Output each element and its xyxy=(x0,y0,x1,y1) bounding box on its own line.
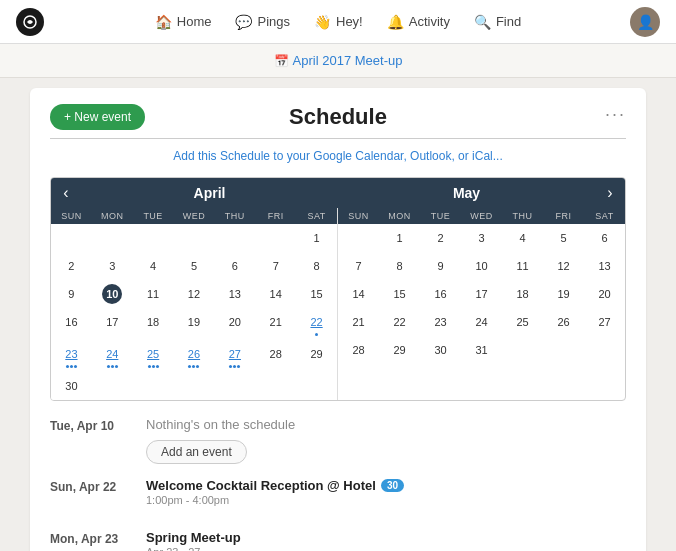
schedule-content-apr10: Nothing's on the schedule Add an event xyxy=(146,417,626,464)
day-cell[interactable]: 11 xyxy=(133,280,174,308)
day-cell[interactable]: 29 xyxy=(296,340,337,372)
day-cell[interactable]: 13 xyxy=(214,280,255,308)
prev-month-button[interactable]: ‹ xyxy=(51,184,81,202)
day-cell[interactable]: 12 xyxy=(543,252,584,280)
day-cell[interactable]: 17 xyxy=(461,280,502,308)
nav-hey[interactable]: 👋 Hey! xyxy=(314,14,363,30)
day-cell[interactable]: 1 xyxy=(379,224,420,252)
day-number: 4 xyxy=(143,256,163,276)
day-number: 21 xyxy=(266,312,286,332)
day-cell[interactable]: 11 xyxy=(502,252,543,280)
avatar[interactable]: 👤 xyxy=(630,7,660,37)
day-cell[interactable]: 7 xyxy=(338,252,379,280)
nav-find[interactable]: 🔍 Find xyxy=(474,14,521,30)
day-cell xyxy=(255,224,296,252)
day-cell[interactable]: 4 xyxy=(502,224,543,252)
day-number: 13 xyxy=(595,256,615,276)
event-dot xyxy=(115,365,118,368)
day-number: 20 xyxy=(225,312,245,332)
day-cell[interactable]: 19 xyxy=(174,308,215,340)
google-cal-link[interactable]: Add this Schedule to your Google Calenda… xyxy=(50,149,626,163)
day-cell[interactable]: 20 xyxy=(584,280,625,308)
next-month-button[interactable]: › xyxy=(595,184,625,202)
nav-home[interactable]: 🏠 Home xyxy=(155,14,212,30)
day-cell[interactable]: 29 xyxy=(379,336,420,364)
day-number: 2 xyxy=(61,256,81,276)
day-cell[interactable]: 2 xyxy=(420,224,461,252)
day-cell[interactable]: 9 xyxy=(420,252,461,280)
day-cell[interactable]: 19 xyxy=(543,280,584,308)
day-cell xyxy=(502,336,543,364)
day-cell[interactable]: 20 xyxy=(214,308,255,340)
day-cell[interactable]: 27 xyxy=(214,340,255,372)
app-logo[interactable] xyxy=(16,8,44,36)
day-cell[interactable]: 22 xyxy=(296,308,337,340)
day-cell[interactable]: 15 xyxy=(296,280,337,308)
more-options-button[interactable]: ··· xyxy=(605,104,626,125)
event-dots xyxy=(315,333,318,336)
day-cell[interactable]: 26 xyxy=(174,340,215,372)
day-cell[interactable]: 6 xyxy=(584,224,625,252)
day-cell[interactable]: 9 xyxy=(51,280,92,308)
day-number: 15 xyxy=(390,284,410,304)
day-cell[interactable]: 14 xyxy=(255,280,296,308)
day-cell[interactable]: 26 xyxy=(543,308,584,336)
day-cell[interactable]: 4 xyxy=(133,252,174,280)
day-cell[interactable]: 13 xyxy=(584,252,625,280)
day-cell[interactable]: 12 xyxy=(174,280,215,308)
day-cell[interactable]: 21 xyxy=(338,308,379,336)
day-number: 10 xyxy=(472,256,492,276)
event-meetup-title[interactable]: Spring Meet-up xyxy=(146,530,626,545)
day-number: 31 xyxy=(472,340,492,360)
nav-activity[interactable]: 🔔 Activity xyxy=(387,14,450,30)
event-cocktail-title[interactable]: Welcome Cocktail Reception @ Hotel 30 xyxy=(146,478,626,493)
day-cell[interactable]: 8 xyxy=(379,252,420,280)
day-cell[interactable]: 22 xyxy=(379,308,420,336)
day-cell[interactable]: 16 xyxy=(51,308,92,340)
day-number: 6 xyxy=(595,228,615,248)
day-cell[interactable]: 5 xyxy=(543,224,584,252)
day-cell[interactable]: 25 xyxy=(502,308,543,336)
day-cell[interactable]: 24 xyxy=(461,308,502,336)
may-days: 1234567891011121314151617181920212223242… xyxy=(338,224,625,364)
day-cell[interactable]: 3 xyxy=(461,224,502,252)
day-cell[interactable]: 30 xyxy=(51,372,92,400)
day-cell[interactable]: 30 xyxy=(420,336,461,364)
day-cell[interactable]: 7 xyxy=(255,252,296,280)
day-cell[interactable]: 31 xyxy=(461,336,502,364)
day-cell[interactable]: 23 xyxy=(51,340,92,372)
day-cell[interactable]: 10 xyxy=(461,252,502,280)
day-cell[interactable]: 16 xyxy=(420,280,461,308)
day-cell[interactable]: 28 xyxy=(255,340,296,372)
day-cell[interactable]: 3 xyxy=(92,252,133,280)
breadcrumb-link[interactable]: 📅 April 2017 Meet-up xyxy=(274,53,403,68)
wed-header-may: WED xyxy=(461,211,502,221)
nav-pings[interactable]: 💬 Pings xyxy=(235,14,290,30)
day-cell[interactable]: 25 xyxy=(133,340,174,372)
day-cell[interactable]: 28 xyxy=(338,336,379,364)
day-cell xyxy=(338,224,379,252)
day-cell[interactable]: 18 xyxy=(133,308,174,340)
schedule-date-apr23: Mon, Apr 23 xyxy=(50,530,130,551)
day-cell[interactable]: 14 xyxy=(338,280,379,308)
day-cell[interactable]: 18 xyxy=(502,280,543,308)
day-cell[interactable]: 24 xyxy=(92,340,133,372)
day-cell[interactable]: 10 xyxy=(92,280,133,308)
day-cell[interactable]: 27 xyxy=(584,308,625,336)
day-number: 16 xyxy=(431,284,451,304)
event-dots xyxy=(66,365,77,368)
day-cell[interactable]: 23 xyxy=(420,308,461,336)
day-cell[interactable]: 21 xyxy=(255,308,296,340)
day-number: 11 xyxy=(143,284,163,304)
day-cell[interactable]: 6 xyxy=(214,252,255,280)
add-event-button[interactable]: Add an event xyxy=(146,440,247,464)
nav-home-label: Home xyxy=(177,14,212,29)
new-event-button[interactable]: + New event xyxy=(50,104,145,130)
event-badge: 30 xyxy=(381,479,404,492)
day-cell[interactable]: 5 xyxy=(174,252,215,280)
day-cell[interactable]: 8 xyxy=(296,252,337,280)
day-cell[interactable]: 2 xyxy=(51,252,92,280)
day-cell[interactable]: 15 xyxy=(379,280,420,308)
day-cell[interactable]: 1 xyxy=(296,224,337,252)
day-cell[interactable]: 17 xyxy=(92,308,133,340)
